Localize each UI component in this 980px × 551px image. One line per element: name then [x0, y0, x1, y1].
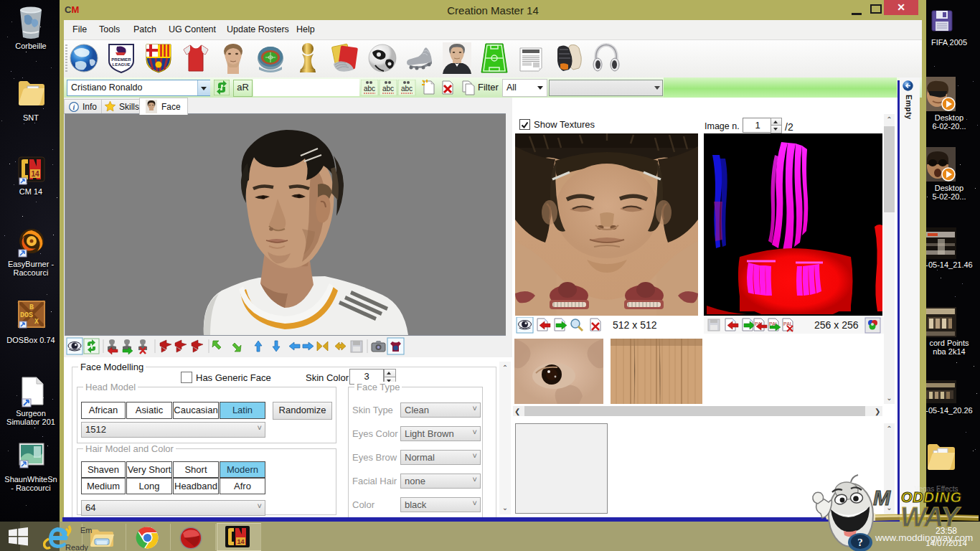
svg-text:DOS: DOS [20, 311, 33, 319]
svg-text:PREMIER: PREMIER [111, 57, 131, 62]
svg-text:X: X [34, 318, 39, 326]
svg-text:abc: abc [401, 85, 413, 93]
svg-text:PAL: PAL [783, 321, 793, 326]
svg-text:abc: abc [382, 85, 394, 93]
svg-text:14: 14 [237, 538, 244, 545]
svg-text:512 x 512: 512 x 512 [613, 319, 657, 331]
svg-text:14: 14 [31, 170, 39, 178]
svg-text:?: ? [857, 537, 863, 548]
svg-text:WAY: WAY [900, 502, 961, 532]
svg-text:B: B [29, 303, 34, 311]
svg-text:i: i [73, 103, 75, 111]
svg-text:LEAGUE: LEAGUE [112, 62, 130, 67]
svg-text:256 x 256: 256 x 256 [814, 319, 859, 331]
svg-text:www.moddingway.com: www.moddingway.com [875, 532, 973, 543]
svg-text:M: M [873, 486, 891, 509]
svg-text:abc: abc [364, 85, 375, 93]
